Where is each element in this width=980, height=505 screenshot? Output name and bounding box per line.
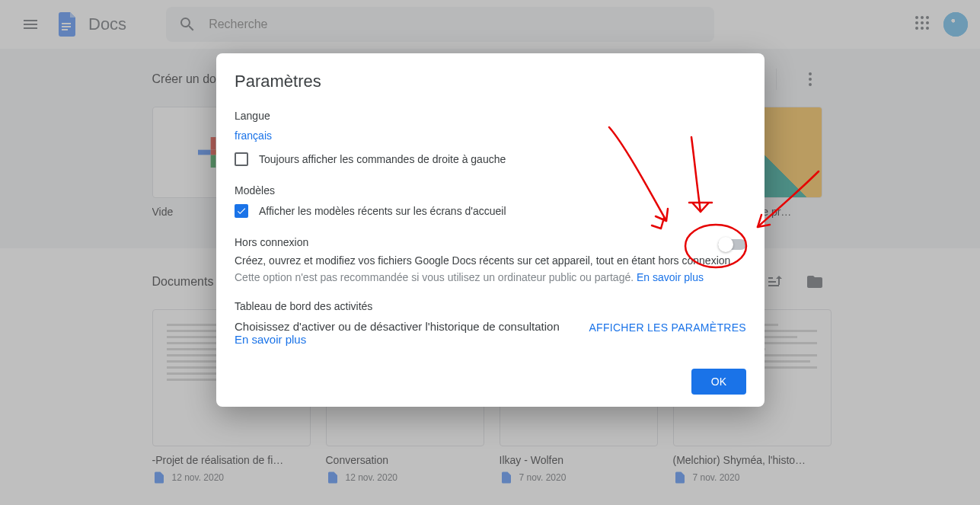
dialog-title: Paramètres [235,72,746,91]
templates-section-title: Modèles [235,184,746,197]
activity-description: Choisissez d'activer ou de désactiver l'… [235,320,560,333]
offline-section-title: Hors connexion [235,236,308,248]
offline-toggle[interactable] [718,239,746,250]
rtl-checkbox-label: Toujours afficher les commandes de droit… [259,153,506,165]
language-link[interactable]: français [235,129,746,142]
check-icon [236,206,247,216]
offline-learn-more-link[interactable]: En savoir plus [637,271,704,283]
show-templates-label: Afficher les modèles récents sur les écr… [259,205,506,217]
language-section-title: Langue [235,110,746,122]
show-activity-settings-button[interactable]: AFFICHER LES PARAMÈTRES [589,321,746,334]
rtl-checkbox[interactable] [235,152,248,166]
show-templates-checkbox[interactable] [235,204,248,218]
offline-warning: Cette option n'est pas recommandée si vo… [235,271,746,283]
settings-dialog: Paramètres Langue français Toujours affi… [216,53,765,407]
ok-button[interactable]: OK [691,369,746,395]
activity-section-title: Tableau de bord des activités [235,300,746,312]
activity-learn-more-link[interactable]: En savoir plus [235,333,560,346]
offline-description: Créez, ouvrez et modifiez vos fichiers G… [235,254,746,267]
toggle-knob [718,237,733,252]
offline-warning-text: Cette option n'est pas recommandée si vo… [235,271,637,283]
